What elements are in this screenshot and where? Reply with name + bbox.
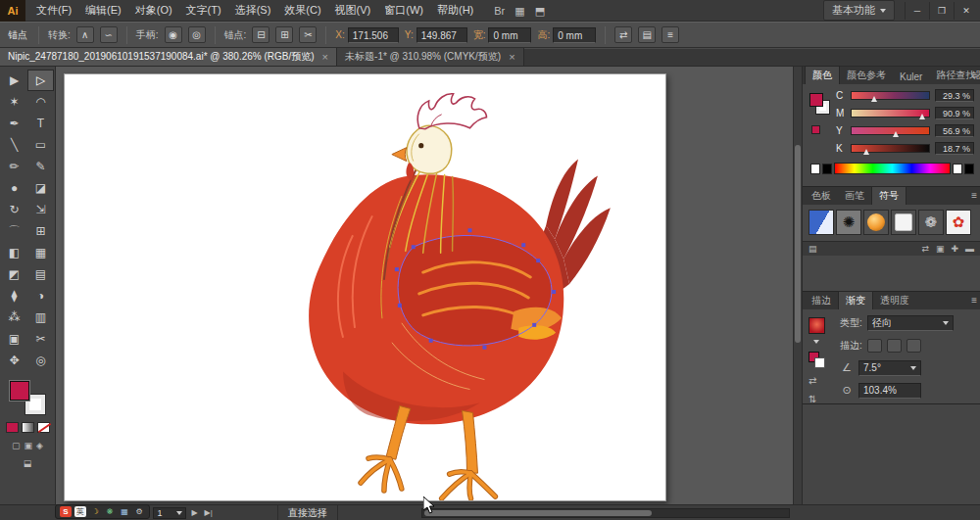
menu-view[interactable]: 视图(V) <box>328 0 378 21</box>
ime-logo-icon[interactable]: S <box>60 506 72 517</box>
artboard[interactable] <box>64 73 666 501</box>
perspective-grid-tool[interactable]: ▦ <box>27 242 54 263</box>
new-symbol-icon[interactable]: ✚ <box>951 244 958 254</box>
bridge-icon[interactable]: Br <box>494 0 505 22</box>
convert-to-smooth-button[interactable]: ∽ <box>100 26 118 43</box>
panel-menu-icon[interactable]: ≡ <box>971 70 977 80</box>
pen-tool[interactable]: ✒ <box>1 113 27 134</box>
ime-settings-icon[interactable]: ⚙ <box>133 506 145 517</box>
black-endcap-swatch[interactable] <box>964 164 974 174</box>
rotate-tool[interactable]: ↻ <box>1 199 27 220</box>
rooster-head[interactable] <box>392 94 487 181</box>
delete-symbol-icon[interactable]: ▬ <box>965 244 974 254</box>
tab-brushes[interactable]: 画笔 <box>838 187 871 205</box>
close-icon[interactable]: × <box>509 51 514 63</box>
gradient-tool[interactable]: ▤ <box>27 263 54 285</box>
y-value-input[interactable]: 149.867 <box>416 27 467 43</box>
control-panel-menu-icon[interactable]: ≡ <box>662 26 679 43</box>
ime-language-toggle[interactable]: 英 <box>74 506 86 517</box>
vertical-scrollbar[interactable] <box>793 67 802 504</box>
add-anchor-button[interactable]: ⊞ <box>275 26 293 43</box>
white-endcap-swatch[interactable] <box>953 164 962 174</box>
horizontal-scrollbar[interactable] <box>421 508 790 518</box>
cyan-value-input[interactable]: 29.3 % <box>935 89 974 102</box>
horizontal-scrollbar-thumb[interactable] <box>424 510 652 516</box>
height-value-input[interactable]: 0 mm <box>553 27 596 43</box>
color-fill-button[interactable] <box>6 422 19 433</box>
reverse-gradient-icon[interactable]: ⇄ <box>808 375 834 386</box>
tab-transparency[interactable]: 透明度 <box>873 292 916 309</box>
hide-handles-button[interactable]: ◎ <box>188 26 206 43</box>
scale-tool[interactable]: ⇲ <box>27 199 54 220</box>
none-fill-button[interactable] <box>37 422 50 433</box>
menu-file[interactable]: 文件(F) <box>29 0 78 21</box>
slider-thumb[interactable] <box>893 131 899 137</box>
screen-mode-icon[interactable]: ⬒ <box>535 0 545 22</box>
arrange-documents-icon[interactable]: ▦ <box>514 0 524 22</box>
line-segment-tool[interactable]: ╲ <box>1 134 27 156</box>
pencil-tool[interactable]: ✎ <box>27 156 54 177</box>
gradient-stroke-proxy[interactable] <box>814 357 825 368</box>
tab-color-guide[interactable]: 颜色参考 <box>840 67 893 84</box>
blob-brush-tool[interactable]: ● <box>1 177 27 199</box>
cut-path-button[interactable]: ✂ <box>299 26 317 43</box>
tab-color[interactable]: 颜色 <box>805 66 840 84</box>
type-tool[interactable]: T <box>27 113 54 134</box>
document-tab-untitled[interactable]: 未标题-1* @ 310.98% (CMYK/预览) × <box>337 48 524 66</box>
paintbrush-tool[interactable]: ✏ <box>1 156 27 177</box>
stroke-gradient-along-button[interactable] <box>887 339 902 353</box>
symbol-ink-splat[interactable]: ✺ <box>836 210 861 235</box>
tab-swatches[interactable]: 色板 <box>805 187 838 205</box>
yellow-value-input[interactable]: 56.9 % <box>935 124 974 137</box>
mesh-tool[interactable]: ◩ <box>1 263 27 285</box>
width-tool[interactable]: ⌒ <box>1 220 27 242</box>
symbol-sprayer-tool[interactable]: ⁂ <box>1 307 27 328</box>
tab-kuler[interactable]: Kuler <box>893 70 929 84</box>
symbol-orange-sphere[interactable] <box>863 210 889 235</box>
artboard-tool[interactable]: ▣ <box>1 328 27 350</box>
gradient-scale-input[interactable]: 103.4% <box>858 383 921 399</box>
place-symbol-icon[interactable]: ▣ <box>936 244 945 254</box>
gradient-type-dropdown[interactable]: 径向 <box>867 315 954 331</box>
menu-object[interactable]: 对象(O) <box>128 0 179 21</box>
last-artboard-button[interactable]: ▶| <box>203 508 215 517</box>
menu-select[interactable]: 选择(S) <box>228 0 278 21</box>
artboard-number-dropdown[interactable]: 1 <box>153 507 186 519</box>
black-slider[interactable] <box>851 144 930 153</box>
chevron-down-icon[interactable] <box>813 340 819 344</box>
direct-selection-tool[interactable]: ▷ <box>27 70 54 91</box>
canvas-area[interactable] <box>56 67 802 504</box>
symbol-red-flower[interactable]: ✿ <box>946 210 971 235</box>
eraser-tool[interactable]: ◪ <box>27 177 54 199</box>
tab-gradient[interactable]: 渐变 <box>838 291 873 309</box>
app-logo-icon[interactable]: Ai <box>0 0 25 22</box>
next-artboard-button[interactable]: ▶ <box>189 508 199 517</box>
fill-swatch[interactable] <box>10 381 29 401</box>
column-graph-tool[interactable]: ▥ <box>27 307 54 328</box>
lasso-tool[interactable]: ◠ <box>27 91 54 113</box>
hand-tool[interactable]: ✥ <box>1 350 27 371</box>
symbol-gray-rosette[interactable]: ❁ <box>918 210 944 235</box>
stroke-gradient-within-button[interactable] <box>867 339 882 353</box>
white-swatch[interactable] <box>810 164 820 174</box>
menu-type[interactable]: 文字(T) <box>179 0 228 21</box>
flip-gradient-icon[interactable]: ⇅ <box>808 394 834 404</box>
shape-builder-tool[interactable]: ◧ <box>1 242 27 263</box>
menu-edit[interactable]: 编辑(E) <box>78 0 128 21</box>
convert-to-corner-button[interactable]: ∧ <box>76 26 94 43</box>
close-button[interactable]: ✕ <box>954 2 978 20</box>
rectangle-tool[interactable]: ▭ <box>27 134 54 156</box>
blend-tool[interactable]: ◑ <box>27 285 54 307</box>
out-of-gamut-icon[interactable] <box>811 125 820 134</box>
slider-thumb[interactable] <box>871 96 877 102</box>
ime-keyboard-icon[interactable]: ▦ <box>119 506 130 517</box>
magic-wand-tool[interactable]: ✶ <box>1 91 27 113</box>
ime-skin-icon[interactable]: ❋ <box>104 506 116 517</box>
screen-mode-button[interactable]: ⬓ <box>24 458 32 468</box>
stroke-gradient-across-button[interactable] <box>906 339 921 353</box>
gradient-proxy[interactable] <box>808 352 828 369</box>
eyedropper-tool[interactable]: ⧫ <box>1 285 27 307</box>
tab-stroke[interactable]: 描边 <box>805 292 838 309</box>
draw-inside-icon[interactable]: ◈ <box>36 441 43 450</box>
panel-menu-icon[interactable]: ≡ <box>971 295 977 306</box>
